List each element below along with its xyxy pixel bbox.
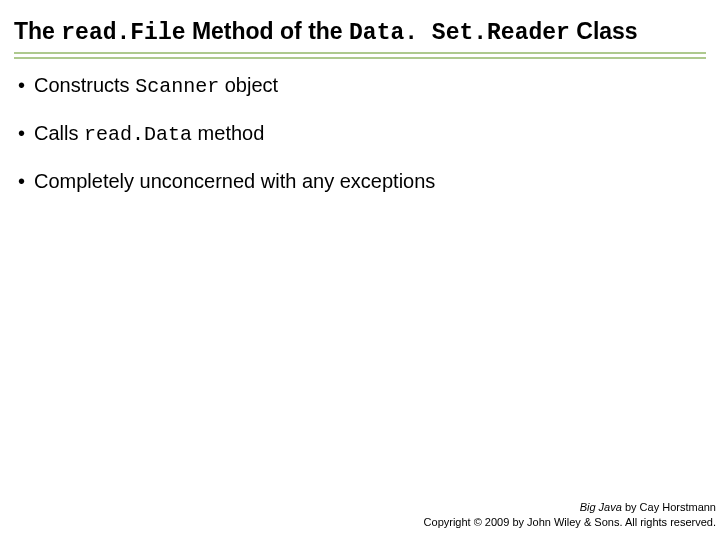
footer-author: by Cay Horstmann — [622, 501, 716, 513]
title-divider — [14, 52, 706, 59]
title-code-2: Data. Set.Reader — [349, 20, 570, 46]
bullet-text-post: object — [219, 74, 278, 96]
title-code-1: read.File — [61, 20, 185, 46]
list-item: Completely unconcerned with any exceptio… — [18, 169, 706, 195]
bullet-code: Scanner — [135, 75, 219, 98]
list-item: Constructs Scanner object — [18, 73, 706, 99]
title-text-2: Method of the — [186, 18, 350, 44]
footer-book-title: Big Java — [580, 501, 622, 513]
footer: Big Java by Cay Horstmann Copyright © 20… — [424, 500, 716, 530]
bullet-text-pre: Completely unconcerned with any exceptio… — [34, 170, 435, 192]
bullet-text-pre: Constructs — [34, 74, 135, 96]
divider-line-top — [14, 52, 706, 54]
divider-line-bottom — [14, 57, 706, 59]
slide: The read.File Method of the Data. Set.Re… — [0, 0, 720, 540]
title-text-1: The — [14, 18, 61, 44]
slide-title: The read.File Method of the Data. Set.Re… — [14, 18, 706, 46]
bullet-text-pre: Calls — [34, 122, 84, 144]
footer-line-2: Copyright © 2009 by John Wiley & Sons. A… — [424, 515, 716, 530]
bullet-list: Constructs Scanner object Calls read.Dat… — [14, 73, 706, 195]
bullet-text-post: method — [192, 122, 264, 144]
footer-line-1: Big Java by Cay Horstmann — [424, 500, 716, 515]
title-text-3: Class — [570, 18, 638, 44]
list-item: Calls read.Data method — [18, 121, 706, 147]
bullet-code: read.Data — [84, 123, 192, 146]
